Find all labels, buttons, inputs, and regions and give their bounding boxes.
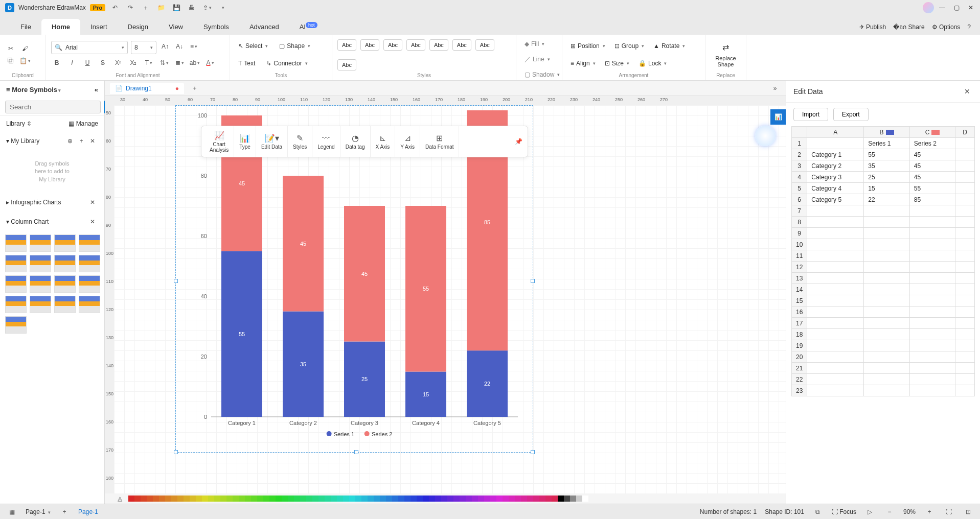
add-page-icon[interactable]: + [59,506,70,517]
bullets-icon[interactable]: ≣▾ [174,57,185,68]
publish-button[interactable]: ✈ Publish [859,23,886,31]
replace-shape-icon[interactable]: ⇄ [722,42,729,52]
superscript-icon[interactable]: X² [112,57,124,68]
undo-icon[interactable]: ↶ [109,2,121,13]
tab-ai[interactable]: AIhot [289,18,328,35]
collapse-right-icon[interactable]: » [769,83,781,94]
color-swatch[interactable] [331,496,337,502]
export-button[interactable]: Export [833,108,869,121]
color-swatch[interactable] [202,496,208,502]
style-swatch-1[interactable]: Abc [337,39,356,51]
search-input[interactable] [5,101,101,113]
maximize-button[interactable]: ▢ [952,4,961,11]
color-swatch[interactable] [159,496,165,502]
grow-font-icon[interactable]: A↑ [159,41,171,52]
more-icon[interactable]: ▾ [217,2,228,13]
color-swatch[interactable] [527,496,533,502]
color-swatch[interactable] [312,496,318,502]
text-options-icon[interactable]: T▾ [143,57,154,68]
chart-thumb[interactable] [79,296,100,313]
ctx-chart-analysis[interactable]: 📈Chart Analysis [204,126,234,157]
zoom-in-icon[interactable]: + [924,506,935,517]
document-tab[interactable]: 📄 Drawing1 ● [110,83,184,94]
color-swatch[interactable] [515,496,521,502]
color-swatch[interactable] [392,496,398,502]
color-swatch[interactable] [355,496,361,502]
style-swatch-3[interactable]: Abc [383,39,402,51]
align-button[interactable]: ≡ Align▾ [567,56,599,70]
bold-icon[interactable]: B [51,57,62,68]
replace-shape-button[interactable]: Replace Shape [715,55,736,67]
color-swatch[interactable] [558,496,564,502]
infographic-header[interactable]: ▸ Infographic Charts [6,199,61,206]
tab-view[interactable]: View [158,19,193,35]
column-chart-header[interactable]: ▾ Column Chart [6,218,49,225]
new-icon[interactable]: ＋ [140,2,151,13]
font-color-icon[interactable]: A▾ [204,57,216,68]
color-swatch[interactable] [184,496,190,502]
zoom-level[interactable]: 90% [903,508,916,515]
chart-thumb[interactable] [79,275,100,293]
color-swatch[interactable] [417,496,423,502]
color-swatch[interactable] [582,496,588,502]
page-tab[interactable]: Page-1 [78,508,98,515]
color-swatch[interactable] [545,496,552,502]
import-button[interactable]: Import [793,108,828,121]
color-swatch[interactable] [269,496,276,502]
color-swatch[interactable] [288,496,294,502]
color-swatch[interactable] [472,496,478,502]
color-swatch[interactable] [533,496,539,502]
text-tool[interactable]: T Text [235,56,258,70]
strike-icon[interactable]: S [97,57,108,68]
color-swatch[interactable] [147,496,153,502]
play-icon[interactable]: ▷ [864,506,876,517]
color-swatch[interactable] [208,496,214,502]
style-swatch-8[interactable]: Abc [337,59,356,70]
case-icon[interactable]: ab▾ [189,57,200,68]
chart-thumb[interactable] [54,275,76,293]
color-swatch[interactable] [343,496,349,502]
color-swatch[interactable] [576,496,582,502]
ctx-legend[interactable]: 〰Legend [312,126,340,157]
panel-close-icon[interactable]: ✕ [962,86,973,97]
color-swatch[interactable] [460,496,466,502]
color-swatch[interactable] [552,496,558,502]
drawing-canvas[interactable]: 📊 📈Chart Analysis 📊Type 📝▾Edit Data ✎Sty… [114,105,786,493]
add-tab-icon[interactable]: + [189,83,200,94]
shape-tool[interactable]: ▢ Shape▾ [276,39,313,53]
fill-button[interactable]: ◆ Fill▾ [521,37,563,51]
color-swatch[interactable] [337,496,343,502]
style-swatch-6[interactable]: Abc [452,39,471,51]
sidebar-title[interactable]: ≡ More Symbols▾ [6,86,61,93]
ctx-edit-data[interactable]: 📝▾Edit Data [256,126,288,157]
close-button[interactable]: ✕ [967,4,975,11]
color-swatch[interactable] [196,496,202,502]
focus-button[interactable]: ⛶ Focus [832,508,856,515]
line-button[interactable]: ／ Line▾ [521,52,563,66]
eyedropper-icon[interactable]: ◬ [114,493,125,504]
color-swatch[interactable] [509,496,515,502]
tab-symbols[interactable]: Symbols [193,19,239,35]
collapse-sidebar-icon[interactable]: « [95,86,98,93]
color-swatch[interactable] [245,496,251,502]
tab-advanced[interactable]: Advanced [239,19,289,35]
save-icon[interactable]: 💾 [171,2,182,13]
chart-thumb[interactable] [30,255,51,272]
underline-icon[interactable]: U [82,57,93,68]
manage-button[interactable]: ▦ Manage [69,120,98,127]
style-swatch-2[interactable]: Abc [360,39,379,51]
minimize-button[interactable]: — [938,4,946,11]
color-swatch[interactable] [503,496,509,502]
color-swatch[interactable] [521,496,527,502]
color-swatch[interactable] [380,496,386,502]
shrink-font-icon[interactable]: A↓ [174,41,185,52]
options-button[interactable]: ⚙ Options [932,23,961,31]
tab-home[interactable]: Home [41,19,80,35]
color-swatch[interactable] [404,496,411,502]
mylib-header[interactable]: ▾ My Library [6,137,39,145]
mylib-plus-icon[interactable]: + [76,135,87,147]
align-left-icon[interactable]: ≡▾ [188,41,199,52]
color-swatch[interactable] [294,496,300,502]
share-button[interactable]: �อก Share [893,22,924,32]
color-swatch[interactable] [134,496,141,502]
